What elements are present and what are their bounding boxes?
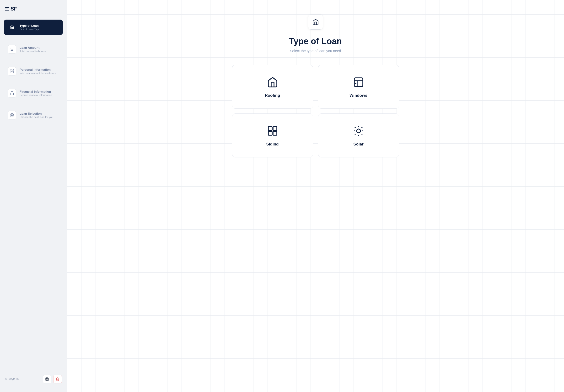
sidebar-item-type-of-loan[interactable]: Type of Loan Select Loan Type	[4, 20, 63, 35]
sidebar: SF Type of Loan Select Loan Type	[0, 0, 67, 392]
nav-title-type-of-loan: Type of Loan	[20, 24, 40, 28]
loan-card-siding[interactable]: Siding	[232, 113, 313, 157]
nav-icon-lock	[8, 89, 16, 98]
nav-subtitle-loan-selection: Choose the best loan for you	[20, 116, 53, 118]
nav-title-financial-information: Financial Information	[20, 90, 52, 93]
loan-card-windows[interactable]: Windows	[318, 65, 399, 109]
nav-icon-dollar	[8, 45, 16, 54]
svg-point-3	[12, 115, 13, 116]
svg-line-23	[355, 134, 355, 135]
roofing-label: Roofing	[265, 93, 280, 98]
nav-text-type-of-loan: Type of Loan Select Loan Type	[20, 24, 40, 30]
nav-title-personal-information: Personal Information	[20, 68, 56, 71]
svg-rect-8	[354, 78, 363, 86]
save-button[interactable]	[43, 375, 51, 383]
footer-copyright: © SwyftFin	[5, 378, 19, 381]
page-title: Type of Loan	[289, 36, 342, 46]
svg-rect-12	[268, 126, 272, 130]
sidebar-footer: © SwyftFin	[0, 371, 67, 387]
svg-rect-14	[268, 131, 272, 135]
nav-title-loan-selection: Loan Selection	[20, 112, 53, 115]
nav-connector-2	[12, 57, 12, 64]
nav-icon-pencil	[8, 67, 16, 75]
logo-text: SF	[11, 6, 17, 12]
solar-label: Solar	[353, 142, 364, 147]
nav-subtitle-loan-amount: Total amount to borrow	[20, 50, 46, 53]
loan-type-grid: Roofing Windows	[232, 65, 399, 157]
nav-text-loan-amount: Loan Amount Total amount to borrow	[20, 46, 46, 53]
main-content-area: Type of Loan Select the type of loan you…	[67, 0, 564, 392]
sidebar-item-loan-amount[interactable]: Loan Amount Total amount to borrow	[4, 42, 63, 57]
nav-connector-1	[12, 35, 12, 42]
svg-line-19	[355, 127, 355, 128]
logo-area: SF	[0, 6, 67, 20]
nav-icon-home	[8, 23, 16, 31]
svg-rect-1	[10, 93, 14, 95]
nav-text-loan-selection: Loan Selection Choose the best loan for …	[20, 112, 53, 118]
nav-items: Type of Loan Select Loan Type Loan Amoun…	[0, 20, 67, 371]
nav-icon-target	[8, 111, 16, 119]
windows-label: Windows	[350, 93, 367, 98]
page-subtitle: Select the type of loan you need	[290, 49, 341, 53]
footer-buttons	[43, 375, 62, 383]
nav-connector-4	[12, 101, 12, 108]
svg-point-11	[355, 83, 356, 84]
nav-title-loan-amount: Loan Amount	[20, 46, 46, 49]
nav-text-financial-information: Financial Information Secure financial i…	[20, 90, 52, 97]
svg-line-24	[361, 127, 362, 128]
loan-card-solar[interactable]: Solar	[318, 113, 399, 157]
delete-button[interactable]	[53, 375, 62, 383]
nav-subtitle-type-of-loan: Select Loan Type	[20, 28, 40, 30]
nav-subtitle-financial-information: Secure financial information	[20, 94, 52, 97]
svg-line-20	[361, 134, 362, 135]
roofing-icon	[266, 75, 279, 89]
nav-text-personal-information: Personal Information Information about t…	[20, 68, 56, 74]
svg-point-16	[357, 129, 360, 133]
step-icon-wrapper	[308, 14, 323, 30]
siding-label: Siding	[266, 142, 279, 147]
sidebar-item-financial-information[interactable]: Financial Information Secure financial i…	[4, 85, 63, 101]
logo: SF	[5, 6, 62, 12]
main-content: Type of Loan Select the type of loan you…	[220, 0, 411, 172]
solar-icon	[352, 124, 365, 138]
nav-connector-3	[12, 79, 12, 85]
sidebar-item-personal-information[interactable]: Personal Information Information about t…	[4, 64, 63, 79]
svg-rect-13	[273, 126, 277, 130]
windows-icon	[352, 75, 365, 89]
siding-icon	[266, 124, 279, 138]
nav-subtitle-personal-information: Information about the customer	[20, 72, 56, 74]
logo-icon	[5, 7, 9, 11]
svg-rect-15	[273, 131, 277, 135]
sidebar-item-loan-selection[interactable]: Loan Selection Choose the best loan for …	[4, 108, 63, 123]
loan-card-roofing[interactable]: Roofing	[232, 65, 313, 109]
